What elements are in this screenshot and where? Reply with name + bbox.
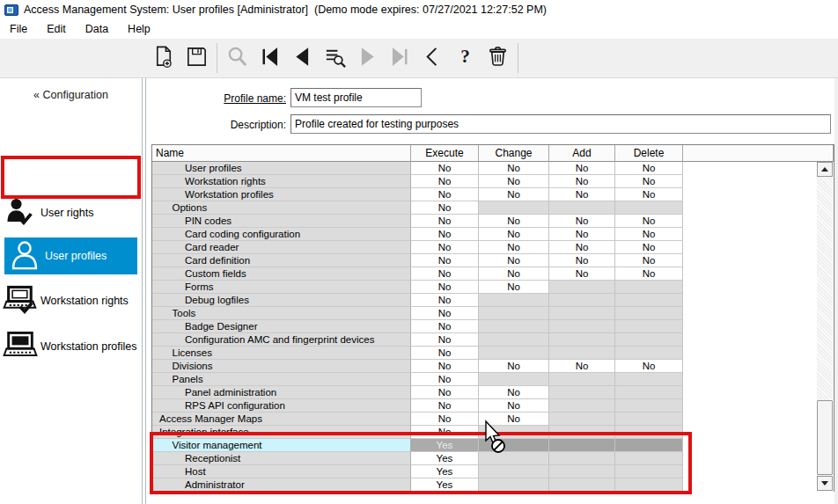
menu-item-help[interactable]: Help [118,21,160,37]
permission-cell-execute[interactable]: Yes [411,465,479,478]
column-header-name[interactable]: Name [152,145,411,162]
scroll-down-button[interactable] [817,476,833,491]
permission-cell-change[interactable]: No [479,267,549,281]
row-name-cell[interactable]: Options [152,201,411,215]
menu-item-file[interactable]: File [0,21,37,37]
permission-cell-execute[interactable]: No [411,347,479,360]
row-name-cell[interactable]: Card reader [152,241,411,254]
permission-cell-execute[interactable]: No [411,294,479,307]
row-name-cell[interactable]: Host [152,465,411,478]
permission-cell-execute[interactable]: No [411,281,479,294]
row-name-cell[interactable]: User profiles [152,162,411,175]
table-row-configuration-amc-and-fingerprint-devices[interactable]: Configuration AMC and fingerprint device… [152,333,834,347]
row-name-cell[interactable]: Debug logfiles [152,294,411,307]
permission-cell-execute[interactable]: No [411,201,479,215]
save-button[interactable] [180,41,213,75]
table-vertical-scrollbar[interactable] [817,162,833,491]
sidebar-item-workstation-profiles[interactable]: Workstation profiles [0,325,142,369]
table-row-panels[interactable]: PanelsNo [152,373,834,386]
permission-cell-execute[interactable]: No [411,175,479,188]
permission-cell-execute[interactable]: No [411,228,479,241]
row-name-cell[interactable]: Receptionist [152,452,411,465]
permission-cell-execute[interactable]: No [411,360,479,373]
table-row-workstation-profiles[interactable]: Workstation profilesNoNoNoNo [152,188,834,201]
permission-cell-delete[interactable]: No [615,267,683,281]
row-name-cell[interactable]: Divisions [152,360,411,373]
row-name-cell[interactable]: Access Manager Maps [152,413,411,426]
table-row-administrator[interactable]: AdministratorYes [152,478,834,492]
table-row-workstation-rights[interactable]: Workstation rightsNoNoNoNo [152,175,834,188]
permission-cell-change[interactable]: No [479,399,549,413]
permission-cell-change[interactable]: No [479,281,549,294]
permission-cell-add[interactable]: No [549,360,615,373]
permission-cell-add[interactable]: No [549,254,615,267]
description-input[interactable] [290,114,831,134]
row-name-cell[interactable]: Licenses [152,347,411,360]
scroll-up-button[interactable] [817,162,833,177]
permission-cell-execute[interactable]: Yes [411,478,479,492]
permission-cell-delete[interactable]: No [615,188,683,201]
first-record-button[interactable] [254,41,286,75]
permission-cell-delete[interactable]: No [615,254,683,267]
table-row-receptionist[interactable]: ReceptionistYes [152,452,834,465]
row-name-cell[interactable]: Administrator [152,478,411,492]
permission-cell-execute[interactable]: No [411,254,479,267]
permission-cell-change[interactable]: No [479,241,549,254]
previous-record-button[interactable] [286,41,319,75]
table-row-badge-designer[interactable]: Badge DesignerNo [152,320,834,333]
table-row-access-manager-maps[interactable]: Access Manager MapsNoNo [152,413,834,426]
permission-cell-delete[interactable]: No [615,175,683,188]
permission-cell-change[interactable]: No [479,162,549,175]
permission-cell-change[interactable]: No [479,386,549,399]
row-name-cell[interactable]: PIN codes [152,215,411,228]
permission-cell-execute[interactable]: No [411,426,479,439]
row-name-cell[interactable]: Visitor management [152,439,411,452]
permission-cell-execute[interactable]: No [411,413,479,426]
row-name-cell[interactable]: Workstation rights [152,175,411,188]
row-name-cell[interactable]: Configuration AMC and fingerprint device… [152,333,411,347]
table-row-panel-administration[interactable]: Panel administrationNoNo [152,386,834,399]
permission-cell-add[interactable]: No [549,188,615,201]
table-row-custom-fields[interactable]: Custom fieldsNoNoNoNo [152,267,834,281]
table-row-licenses[interactable]: LicensesNo [152,347,834,360]
permission-cell-execute[interactable]: No [411,162,479,175]
table-row-debug-logfiles[interactable]: Debug logfilesNo [152,294,834,307]
permission-cell-change[interactable]: No [479,228,549,241]
permission-cell-add[interactable]: No [549,241,615,254]
table-row-divisions[interactable]: DivisionsNoNoNoNo [152,360,834,373]
table-row-forms[interactable]: FormsNoNo [152,281,834,294]
permission-cell-add[interactable]: No [549,228,615,241]
table-row-integration-interface[interactable]: Integration interfaceNo [152,426,834,439]
back-button[interactable] [416,41,449,75]
table-row-options[interactable]: OptionsNo [152,201,834,215]
column-header-execute[interactable]: Execute [411,145,479,162]
permission-cell-execute[interactable]: No [411,307,479,320]
scrollbar-thumb[interactable] [817,400,833,475]
sidebar-item-user-rights[interactable]: User rights [0,191,142,235]
table-row-host[interactable]: HostYes [152,465,834,478]
table-row-pin-codes[interactable]: PIN codesNoNoNoNo [152,215,834,228]
permission-cell-execute[interactable]: No [411,267,479,281]
row-name-cell[interactable]: Badge Designer [152,320,411,333]
permission-cell-add[interactable]: No [549,215,615,228]
table-row-card-definition[interactable]: Card definitionNoNoNoNo [152,254,834,267]
row-name-cell[interactable]: Tools [152,307,411,320]
row-name-cell[interactable]: Panel administration [152,386,411,399]
table-row-rps-api-configuration[interactable]: RPS API configurationNoNo [152,399,834,413]
sidebar-item-user-profiles[interactable]: User profiles [4,237,137,274]
row-name-cell[interactable]: Forms [152,281,411,294]
new-record-button[interactable] [148,41,180,75]
menu-item-data[interactable]: Data [76,21,118,37]
permission-cell-change[interactable]: No [479,175,549,188]
filter-search-button[interactable] [319,41,351,75]
permission-cell-execute[interactable]: No [411,320,479,333]
permission-cell-execute[interactable]: Yes [411,439,479,452]
table-row-user-profiles[interactable]: User profilesNoNoNoNo [152,162,834,175]
row-name-cell[interactable]: Custom fields [152,267,411,281]
row-name-cell[interactable]: Card definition [152,254,411,267]
column-header-change[interactable]: Change [479,145,549,162]
permission-cell-execute[interactable]: No [411,386,479,399]
permission-cell-delete[interactable]: No [615,162,683,175]
permission-cell-change[interactable]: No [479,254,549,267]
permission-cell-execute[interactable]: Yes [411,452,479,465]
